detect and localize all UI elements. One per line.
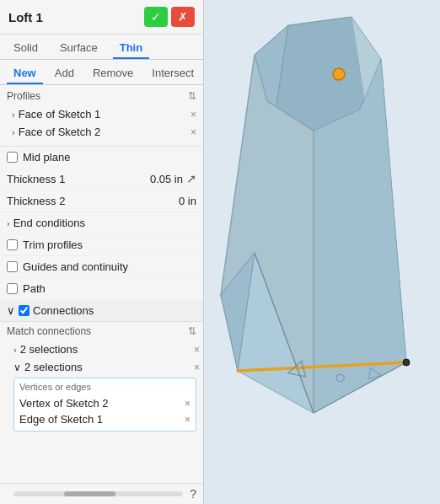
match-connections-header: Match connections ⇅ [0,322,203,340]
selection-chevron-1: › [13,345,17,355]
connections-label: Connections [33,304,94,317]
end-conditions-row[interactable]: › End conditions [0,212,203,234]
tab-surface[interactable]: Surface [53,38,105,59]
vert-edge-label-2: Edge of Sketch 1 [19,413,103,426]
vert-edge-close-1[interactable]: × [185,398,190,410]
op-tabs: New Add Remove Intersect [0,60,203,85]
cancel-button[interactable]: ✗ [171,7,195,27]
profile-label-1: Face of Sketch 1 [19,108,101,121]
selection-label-1: 2 selections [20,343,78,356]
header-buttons: ✓ ✗ [144,7,195,27]
trim-profiles-label: Trim profiles [23,239,83,251]
end-conditions-label: End conditions [13,217,85,229]
tab-thin[interactable]: Thin [113,38,149,59]
svg-text:○: ○ [335,367,346,388]
vert-edge-item-1: Vertex of Sketch 2 × [19,395,190,411]
tab-new[interactable]: New [7,63,43,84]
vert-edge-label-1: Vertex of Sketch 2 [19,397,109,410]
guides-continuity-checkbox[interactable] [7,261,18,272]
thickness1-arrow-icon[interactable]: ↗ [186,172,196,185]
vert-edge-item-2: Edge of Sketch 1 × [19,411,190,427]
tab-add[interactable]: Add [48,63,81,84]
footer-scrollbar[interactable] [13,491,183,496]
selection-chevron-2: ∨ [13,362,21,373]
tab-solid[interactable]: Solid [7,38,45,59]
profiles-header: Profiles ⇅ [7,90,196,102]
thickness1-label: Thickness 1 [7,173,65,185]
match-connections-label: Match connections [7,325,91,337]
thickness2-label: Thickness 2 [7,195,65,207]
tab-intersect[interactable]: Intersect [145,63,201,84]
panel-footer: ? [0,483,203,504]
profile-label-2: Face of Sketch 2 [19,126,101,138]
profile-close-1[interactable]: × [190,109,196,121]
svg-point-8 [333,68,345,80]
vert-edge-close-2[interactable]: × [185,414,190,426]
panel-title: Loft 1 [8,10,43,24]
guides-continuity-label: Guides and continuity [23,260,128,273]
guides-continuity-row: Guides and continuity [0,256,203,278]
connections-header[interactable]: ∨ Connections [0,300,203,322]
thickness1-value: 0.05 in [150,173,183,185]
chevron-icon-2: › [12,127,15,137]
trim-profiles-checkbox[interactable] [7,239,18,250]
trim-profiles-row: Trim profiles [0,234,203,256]
vert-edges-title: Vertices or edges [19,382,190,392]
chevron-icon-1: › [12,110,15,120]
type-tabs: Solid Surface Thin [0,35,203,60]
help-icon[interactable]: ? [190,487,196,501]
profiles-label: Profiles [7,90,40,102]
end-conditions-chevron: › [7,218,10,228]
viewport-svg: ◁ ○ ▷ [204,0,440,504]
mid-plane-checkbox[interactable] [7,152,18,163]
selection-label-2: 2 selections [24,361,83,373]
path-checkbox[interactable] [7,283,18,294]
viewport: ◁ ○ ▷ [204,0,440,504]
mid-plane-row: Mid plane [0,147,203,168]
selection-row-1: › 2 selections × [0,340,203,358]
thickness1-row: Thickness 1 0.05 in ↗ [0,168,203,190]
scrollbar-thumb [64,491,115,496]
profiles-section: Profiles ⇅ › Face of Sketch 1 × › Face o… [0,85,203,147]
tab-remove[interactable]: Remove [86,63,140,84]
profile-row-2: › Face of Sketch 2 × [7,123,196,141]
path-label: Path [23,282,46,295]
profile-close-2[interactable]: × [190,126,196,138]
connections-checkbox[interactable] [19,305,30,316]
thickness2-row: Thickness 2 0 in [0,190,203,212]
profiles-sort-icon[interactable]: ⇅ [188,90,196,102]
profile-row-1: › Face of Sketch 1 × [7,105,196,123]
left-panel: Loft 1 ✓ ✗ Solid Surface Thin New Add Re… [0,0,204,504]
selection-close-1[interactable]: × [194,344,200,356]
vert-edges-box: Vertices or edges Vertex of Sketch 2 × E… [13,378,196,432]
thickness2-value: 0 in [179,195,196,207]
path-row: Path [0,278,203,300]
panel-header: Loft 1 ✓ ✗ [0,0,203,35]
mid-plane-label: Mid plane [23,151,70,164]
selection-close-2[interactable]: × [194,362,200,373]
confirm-button[interactable]: ✓ [144,7,168,27]
selection-row-2: ∨ 2 selections × [0,358,203,376]
match-sort-icon[interactable]: ⇅ [188,325,196,337]
panel-content: Profiles ⇅ › Face of Sketch 1 × › Face o… [0,85,203,483]
connections-chevron-down: ∨ [7,304,15,317]
